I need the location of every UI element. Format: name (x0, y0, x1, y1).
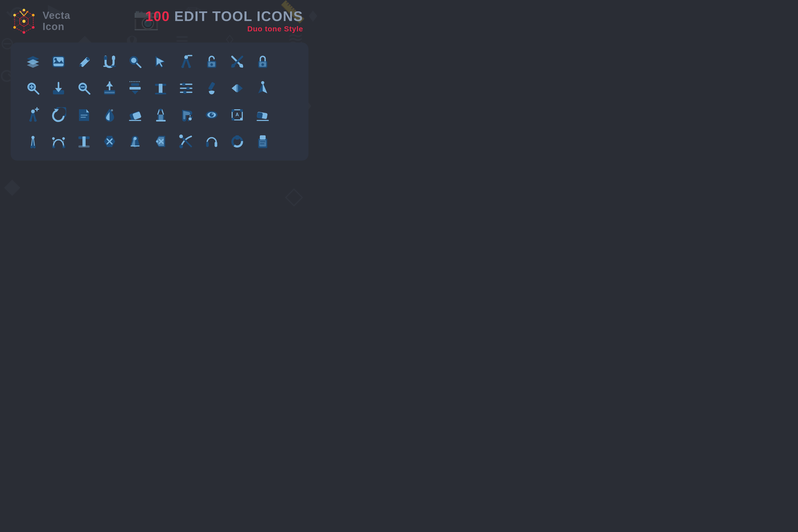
svg-line-54 (35, 90, 39, 94)
search-icon (126, 52, 145, 71)
svg-line-60 (86, 90, 90, 94)
zoom-out-icon (74, 79, 94, 98)
eye-icon (202, 105, 221, 125)
svg-point-38 (188, 65, 191, 68)
lock-open-icon (202, 52, 221, 71)
dropper-icon (100, 105, 119, 125)
document-fold-icon (74, 105, 94, 125)
crop-icon (176, 132, 196, 151)
svg-rect-109 (232, 109, 234, 112)
pen-tool-icon (253, 79, 272, 98)
title-area: 100 EDIT TOOL ICONS Duo tone Style (145, 9, 303, 33)
svg-rect-142 (235, 135, 239, 139)
brand-name: Vecta Icon (42, 10, 70, 33)
svg-point-85 (34, 119, 37, 122)
svg-rect-139 (214, 142, 217, 147)
image-icon (49, 52, 68, 71)
svg-point-11 (32, 26, 35, 29)
svg-point-117 (31, 136, 35, 139)
svg-line-2 (24, 15, 33, 21)
title-number: 100 (145, 8, 170, 24)
eraser-icon (126, 105, 145, 125)
svg-point-9 (23, 9, 25, 12)
svg-point-118 (30, 146, 33, 148)
svg-point-49 (261, 63, 264, 66)
svg-point-76 (183, 91, 186, 94)
svg-rect-115 (256, 112, 263, 118)
svg-line-33 (137, 63, 141, 67)
svg-point-12 (23, 31, 25, 34)
svg-rect-70 (155, 93, 166, 94)
svg-rect-145 (259, 140, 266, 147)
svg-point-92 (111, 109, 113, 111)
svg-point-135 (156, 140, 158, 142)
main-title: 100 EDIT TOOL ICONS (145, 9, 303, 23)
svg-point-74 (182, 83, 185, 86)
pen-minus-icon (176, 52, 196, 71)
zoom-in-icon (23, 79, 42, 98)
pen-variant-icon (23, 132, 42, 151)
svg-point-46 (239, 64, 243, 68)
bucket-splash-icon (176, 105, 196, 125)
svg-rect-69 (159, 84, 163, 93)
svg-marker-78 (232, 84, 236, 92)
align-icon (126, 79, 145, 98)
svg-rect-27 (104, 56, 107, 60)
pen-add-icon (23, 105, 42, 125)
text-icon (74, 132, 94, 151)
undo-icon (49, 105, 68, 125)
svg-point-107 (212, 113, 213, 115)
upload-icon (100, 79, 119, 98)
tag-delete-icon (151, 132, 170, 151)
svg-point-83 (31, 110, 35, 113)
svg-point-32 (131, 58, 136, 63)
svg-rect-99 (156, 120, 166, 121)
svg-rect-63 (104, 92, 115, 93)
logo-area: Vecta Icon (11, 8, 70, 35)
vecta-logo (11, 8, 37, 35)
pencil-icon (74, 52, 94, 71)
svg-rect-65 (130, 87, 141, 90)
icons-panel: A (11, 42, 308, 160)
svg-marker-19 (27, 62, 39, 68)
svg-point-103 (188, 120, 189, 121)
svg-rect-98 (159, 109, 162, 111)
rotate-icon (228, 132, 247, 151)
svg-marker-89 (87, 109, 89, 112)
svg-marker-62 (106, 82, 113, 87)
empty-44 (279, 132, 298, 151)
svg-rect-91 (80, 117, 86, 118)
svg-line-8 (24, 11, 28, 16)
svg-marker-80 (238, 84, 243, 92)
svg-point-106 (210, 113, 214, 117)
svg-point-137 (179, 135, 183, 138)
svg-point-136 (179, 145, 183, 148)
svg-line-5 (15, 21, 24, 27)
svg-point-10 (32, 14, 35, 17)
svg-point-13 (13, 26, 16, 29)
paste-icon (253, 132, 272, 151)
pin-icon (126, 132, 145, 151)
svg-point-84 (29, 119, 32, 122)
svg-rect-81 (236, 84, 238, 92)
svg-marker-66 (132, 91, 138, 94)
paint-bucket-icon (151, 105, 170, 125)
layers-icon (23, 52, 42, 71)
svg-point-119 (33, 146, 36, 148)
bezier-icon (49, 132, 68, 151)
icons-grid: A (23, 52, 296, 151)
delete-icon (100, 132, 119, 151)
svg-rect-110 (240, 109, 243, 112)
title-text: EDIT TOOL ICONS (170, 8, 303, 24)
svg-point-14 (13, 14, 16, 17)
svg-point-75 (186, 87, 190, 90)
svg-rect-97 (159, 115, 163, 120)
subtitle: Duo tone Style (145, 25, 303, 33)
svg-rect-111 (232, 118, 234, 120)
svg-point-37 (182, 65, 184, 68)
svg-line-3 (24, 21, 33, 27)
svg-point-42 (210, 63, 213, 66)
svg-point-82 (261, 81, 264, 84)
empty-33 (279, 105, 298, 125)
svg-rect-28 (112, 56, 115, 60)
